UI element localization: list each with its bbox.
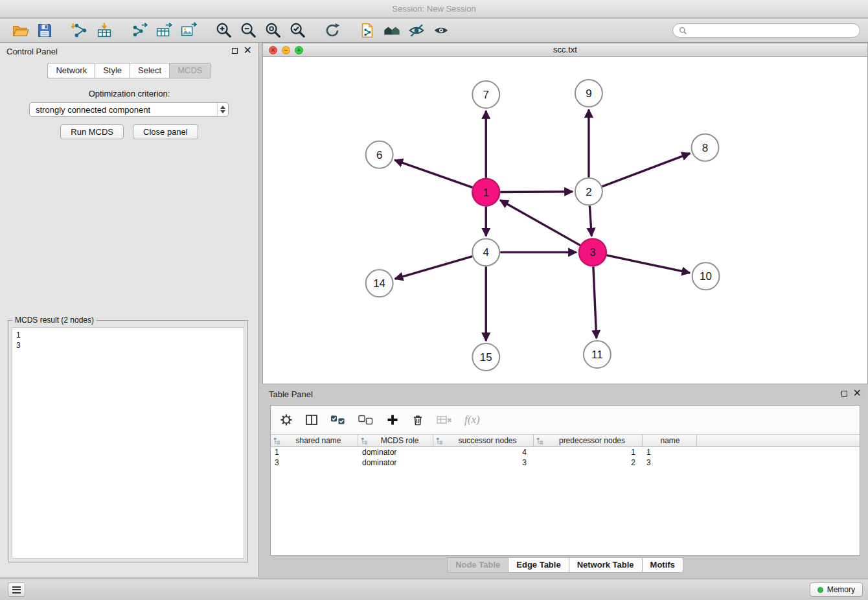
float-table-panel-icon[interactable] [841, 391, 847, 397]
show-hide-button[interactable] [429, 20, 453, 41]
select-all-button[interactable] [330, 415, 346, 426]
deselect-all-button[interactable] [358, 415, 374, 426]
eye-icon [432, 21, 450, 40]
export-network-button[interactable] [127, 20, 152, 41]
save-session-button[interactable] [32, 20, 57, 41]
table-row[interactable]: 1 dominator 4 1 1 [271, 447, 860, 457]
zoom-out-button[interactable] [236, 20, 260, 41]
tab-select[interactable]: Select [130, 63, 169, 78]
node-3[interactable]: 3 [579, 238, 606, 266]
column-header-shared-name[interactable]: shared name [271, 435, 358, 446]
import-network-button[interactable] [67, 20, 92, 41]
tab-network-table[interactable]: Network Table [569, 557, 642, 573]
close-panel-icon[interactable]: ✕ [244, 47, 252, 54]
search-input[interactable] [691, 25, 854, 36]
table-tabs: Node Table Edge Table Network Table Moti… [262, 557, 868, 573]
node-10[interactable]: 10 [692, 262, 720, 290]
import-network-icon [71, 21, 89, 40]
node-9[interactable]: 9 [575, 80, 602, 107]
tab-edge-table[interactable]: Edge Table [508, 557, 568, 573]
split-column-button[interactable] [305, 413, 318, 426]
column-header-predecessor-nodes[interactable]: predecessor nodes [534, 435, 643, 446]
tree-sort-icon [536, 437, 543, 444]
tab-style[interactable]: Style [95, 63, 130, 78]
node-14[interactable]: 14 [366, 270, 393, 297]
export-image-button[interactable] [176, 20, 201, 41]
node-8[interactable]: 8 [692, 134, 719, 161]
node-2[interactable]: 2 [575, 178, 602, 205]
mcds-result-group: MCDS result (2 nodes) 1 3 [8, 320, 248, 562]
status-bar: Memory [0, 579, 868, 600]
tab-node-table[interactable]: Node Table [447, 557, 508, 573]
delete-row-button[interactable] [411, 413, 424, 426]
table-settings-button[interactable] [280, 413, 293, 426]
import-table-icon [95, 21, 113, 40]
refresh-button[interactable] [320, 20, 345, 41]
edge-3-10[interactable] [606, 255, 690, 273]
function-builder-button-disabled[interactable]: f(x) [464, 413, 480, 426]
zoom-selected-button[interactable] [285, 20, 310, 41]
edge-3-11[interactable] [593, 266, 597, 338]
search-field[interactable] [672, 23, 860, 38]
network-window-titlebar[interactable]: × − + scc.txt [262, 43, 868, 57]
tab-mcds[interactable]: MCDS [169, 63, 211, 78]
node-label: 6 [376, 149, 382, 161]
close-table-panel-icon[interactable]: ✕ [853, 389, 862, 397]
mcds-result-list[interactable]: 1 3 [12, 327, 244, 559]
zoom-fit-button[interactable] [260, 20, 285, 41]
edge-2-8[interactable] [602, 154, 690, 187]
cell-successor-nodes: 3 [433, 458, 534, 467]
table-row[interactable]: 3 dominator 3 2 3 [271, 457, 860, 468]
cell-name: 1 [643, 448, 697, 457]
export-network-icon [130, 21, 148, 40]
memory-button[interactable]: Memory [810, 583, 863, 597]
tab-network[interactable]: Network [47, 63, 95, 78]
edge-1-2[interactable] [500, 192, 573, 192]
float-panel-icon[interactable] [232, 48, 238, 54]
cell-shared-name: 1 [271, 448, 358, 457]
network-canvas[interactable]: 7968124310141511 [263, 57, 867, 384]
node-4[interactable]: 4 [472, 238, 499, 266]
column-header-name[interactable]: name [643, 435, 697, 446]
cell-successor-nodes: 4 [433, 448, 534, 457]
column-header-mcds-role[interactable]: MCDS role [358, 435, 433, 446]
deselect-all-icon [358, 415, 374, 426]
show-style-button[interactable] [404, 20, 429, 41]
first-neighbors-button[interactable] [380, 20, 404, 41]
tab-motifs[interactable]: Motifs [642, 557, 683, 573]
add-row-button[interactable] [386, 413, 399, 426]
task-history-button[interactable] [8, 583, 25, 597]
criterion-dropdown[interactable]: strongly connected component [29, 102, 229, 117]
open-session-button[interactable] [8, 20, 32, 41]
edge-1-6[interactable] [394, 160, 472, 187]
edge-2-3[interactable] [589, 206, 591, 237]
cell-shared-name: 3 [271, 458, 358, 467]
node-11[interactable]: 11 [584, 341, 611, 368]
zoom-window-icon[interactable]: + [295, 46, 303, 54]
list-icon [12, 586, 21, 594]
zoom-selected-icon [288, 21, 306, 40]
optimization-criterion-label: Optimization criterion: [0, 89, 258, 98]
import-table-button[interactable] [92, 20, 117, 41]
run-mcds-button[interactable]: Run MCDS [60, 124, 124, 139]
close-window-icon[interactable]: × [269, 46, 277, 54]
close-panel-button[interactable]: Close panel [133, 124, 198, 139]
edge-4-14[interactable] [395, 257, 473, 279]
export-table-button[interactable] [152, 20, 176, 41]
first-neighbors-houses-icon [383, 21, 401, 40]
zoom-in-icon [214, 21, 233, 40]
node-7[interactable]: 7 [472, 81, 499, 108]
zoom-in-button[interactable] [211, 20, 236, 41]
edge-3-1[interactable] [500, 200, 580, 246]
node-1[interactable]: 1 [472, 179, 499, 206]
clear-table-button-disabled[interactable] [437, 415, 452, 425]
node-6[interactable]: 6 [366, 141, 393, 168]
gear-icon [280, 413, 293, 426]
network-view: 7968124310141511 [262, 57, 868, 384]
node-label: 8 [702, 142, 708, 154]
clone-network-button[interactable] [355, 20, 380, 41]
minimize-window-icon[interactable]: − [282, 46, 290, 54]
node-15[interactable]: 15 [472, 343, 499, 371]
column-header-successor-nodes[interactable]: successor nodes [433, 435, 534, 446]
table-toolbar: f(x) [271, 406, 860, 435]
